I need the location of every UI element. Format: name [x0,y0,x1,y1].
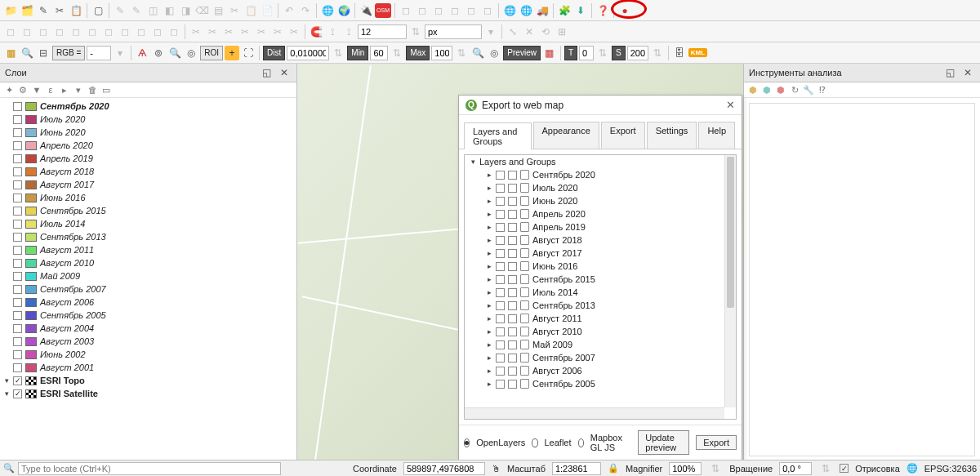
layer-row[interactable]: Сентябрь 2020 [2,100,295,113]
tree-checkbox-2[interactable] [508,301,517,310]
export-button[interactable]: Export [696,435,737,450]
badge-icon[interactable]: OSM [375,3,391,18]
globe-tool-icon[interactable]: 🌐 [502,3,517,18]
tree-checkbox[interactable] [496,184,505,193]
tree-checkbox[interactable] [496,262,505,271]
dialog-close-button[interactable]: ✕ [726,99,735,111]
undock-icon[interactable]: ◱ [259,65,274,80]
magnet-icon[interactable]: 🧲 [309,24,323,39]
tree-checkbox-2[interactable] [508,184,517,193]
tree-checkbox-2[interactable] [508,249,517,258]
tree-item[interactable]: ▸ Сентябрь 2005 [465,377,736,390]
tree-item[interactable]: ▸ Сентябрь 2013 [465,299,736,312]
select-icon[interactable]: ▢ [91,3,105,18]
layer-row[interactable]: Апрель 2019 [2,152,295,165]
tab-export[interactable]: Export [601,122,645,149]
layer-checkbox[interactable] [13,115,22,124]
layer-row[interactable]: Август 2010 [2,256,295,269]
tab-layers-and-groups[interactable]: Layers and Groups [464,122,532,149]
tree-checkbox-2[interactable] [508,367,517,376]
globe-icon[interactable]: 🌐 [320,3,335,18]
db-icon[interactable]: 🗄 [672,46,687,60]
tree-checkbox[interactable] [496,367,505,376]
rotation-input[interactable] [779,462,812,475]
grid-icon[interactable]: ▦ [542,46,557,60]
tree-item[interactable]: ▸ Август 2018 [465,234,736,247]
folder-icon[interactable]: 📁 [3,3,18,18]
plugin2-icon[interactable]: 🧩 [557,3,572,18]
layer-checkbox[interactable] [13,272,22,281]
tree-checkbox-2[interactable] [508,262,517,271]
tree-checkbox-2[interactable] [508,327,517,336]
layer-row[interactable]: Август 2004 [2,322,295,335]
layer-row[interactable]: Август 2017 [2,178,295,191]
expand-icon[interactable]: ⛶ [241,46,256,60]
expand-icon[interactable]: ▸ [486,288,492,296]
tool-icon[interactable]: ⬢ [747,84,759,96]
filter-icon[interactable]: ⚙ [17,84,29,96]
tree-item[interactable]: ▸ Сентябрь 2020 [465,168,736,181]
layer-checkbox[interactable] [13,102,22,111]
radio-mapbox-label[interactable]: Mapbox GL JS [590,433,625,452]
expand-icon[interactable]: ▸ [59,84,70,96]
layer-row[interactable]: Август 2018 [2,165,295,178]
layer-checkbox[interactable] [13,141,22,150]
filter-icon[interactable]: ⊟ [36,46,51,60]
layer-row[interactable]: Июнь 2016 [2,191,295,204]
layer-row[interactable]: Сентябрь 2013 [2,230,295,243]
tool-icon[interactable]: ⬢ [761,84,773,96]
tree-checkbox-2[interactable] [508,354,517,363]
kml-badge[interactable]: KML [688,48,707,57]
style-icon[interactable]: ✦ [3,84,15,96]
layer-row[interactable]: Апрель 2020 [2,139,295,152]
tab-help[interactable]: Help [698,122,735,149]
radio-openlayers-label[interactable]: OpenLayers [476,438,525,447]
tree-item[interactable]: ▸ Июль 2020 [465,181,736,194]
tree-item[interactable]: ▸ Сентябрь 2015 [465,273,736,286]
layer-checkbox[interactable] [13,167,22,176]
expand-icon[interactable]: ▸ [486,171,492,179]
layer-row[interactable]: Сентябрь 2005 [2,309,295,322]
layers-icon[interactable]: ▦ [3,46,18,60]
analysis-icon[interactable]: Ѧ [135,46,149,60]
expand-icon[interactable]: ▸ [486,301,492,309]
tree-item[interactable]: ▸ Апрель 2019 [465,220,736,234]
layer-checkbox[interactable] [13,180,22,189]
tree-checkbox-2[interactable] [508,171,517,180]
expand-icon[interactable]: ▸ [486,314,492,323]
tree-checkbox[interactable] [496,301,505,310]
tree-item[interactable]: ▸ Июль 2014 [465,286,736,299]
close-panel-icon[interactable]: ✕ [960,65,975,80]
rgb-value[interactable] [87,46,111,60]
tree-checkbox[interactable] [496,314,505,323]
locator-input[interactable] [18,462,281,475]
unit-select[interactable] [425,24,482,39]
tree-checkbox[interactable] [496,197,505,206]
layers-tree[interactable]: ▾ Layers and Groups ▸ Сентябрь 2020▸ Июл… [464,154,737,420]
layer-row[interactable]: Июнь 2020 [2,126,295,139]
layer-row[interactable]: Август 2011 [2,243,295,256]
tree-item[interactable]: ▸ Май 2009 [465,338,736,351]
spinner-icon[interactable]: ⇅ [650,46,665,60]
layer-checkbox[interactable] [13,220,22,229]
expand-icon[interactable]: ▸ [486,249,492,257]
layer-checkbox[interactable] [13,194,22,202]
tree-item[interactable]: ▸ Июнь 2016 [465,260,736,273]
layer-checkbox[interactable] [13,363,22,372]
close-panel-icon[interactable]: ✕ [277,65,292,80]
analysis2-icon[interactable]: ⊚ [151,46,166,60]
base-layer-row[interactable]: ▾ ✓ ESRI Satellite [2,387,295,400]
magnifier-input[interactable] [669,462,702,475]
tree-checkbox-2[interactable] [508,236,517,245]
tree-item[interactable]: ▸ Июнь 2020 [465,194,736,207]
expr-icon[interactable]: ε [45,84,56,96]
min-input[interactable] [370,46,388,60]
undock-icon[interactable]: ◱ [942,65,957,80]
pen-icon[interactable]: ✎ [36,3,51,18]
tree-item[interactable]: ▸ Сентябрь 2007 [465,351,736,364]
spinner-icon[interactable]: ⇅ [595,46,610,60]
s-input[interactable] [627,46,648,60]
base-layer-row[interactable]: ▾ ✓ ESRI Topo [2,374,295,387]
spinner-icon[interactable]: ⇅ [818,461,833,476]
layer-checkbox[interactable] [13,128,22,137]
